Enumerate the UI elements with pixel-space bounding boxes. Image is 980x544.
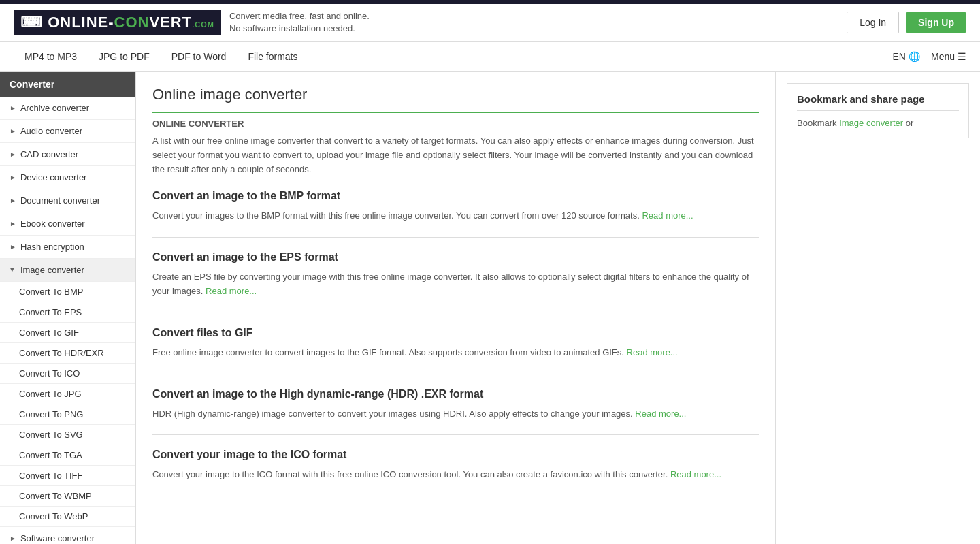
logo-tagline: Convert media free, fast and online. No … bbox=[229, 10, 370, 35]
sidebar-subitem-ico[interactable]: Convert To ICO bbox=[0, 364, 135, 384]
sidebar-item-archive[interactable]: ► Archive converter bbox=[0, 97, 135, 120]
converter-section-hdr: Convert an image to the High dynamic-ran… bbox=[152, 388, 759, 436]
nav-links: MP4 to MP3 JPG to PDF PDF to Word File f… bbox=[14, 42, 309, 71]
converter-desc-eps: Create an EPS file by converting your im… bbox=[152, 270, 759, 299]
login-button[interactable]: Log In bbox=[847, 12, 899, 33]
sidebar-subitem-png[interactable]: Convert To PNG bbox=[0, 404, 135, 425]
sidebar-label-audio: Audio converter bbox=[20, 126, 82, 136]
converter-section-eps: Convert an image to the EPS format Creat… bbox=[152, 251, 759, 313]
language-selector[interactable]: EN 🌐 bbox=[893, 51, 920, 62]
sidebar-label-image: Image converter bbox=[20, 265, 84, 275]
logo-area: ⌨ ONLINE-CONVERT.COM Convert media free,… bbox=[14, 10, 370, 35]
bookmark-title: Bookmark and share page bbox=[797, 93, 959, 111]
bookmark-box: Bookmark and share page Bookmark Image c… bbox=[787, 83, 969, 138]
read-more-gif[interactable]: Read more... bbox=[627, 347, 678, 357]
hamburger-icon: ☰ bbox=[958, 51, 966, 62]
read-more-ico[interactable]: Read more... bbox=[670, 469, 721, 479]
sidebar-label-software: Software converter bbox=[20, 533, 95, 543]
chevron-icon: ► bbox=[10, 127, 16, 135]
chevron-icon: ► bbox=[10, 243, 16, 251]
header-actions: Log In Sign Up bbox=[847, 12, 966, 33]
read-more-bmp[interactable]: Read more... bbox=[642, 210, 693, 221]
signup-button[interactable]: Sign Up bbox=[906, 12, 966, 33]
sidebar-subitem-webp[interactable]: Convert To WebP bbox=[0, 507, 135, 527]
nav-jpg-to-pdf[interactable]: JPG to PDF bbox=[88, 42, 161, 71]
converter-title-hdr: Convert an image to the High dynamic-ran… bbox=[152, 388, 759, 400]
right-panel: Bookmark and share page Bookmark Image c… bbox=[776, 72, 980, 544]
chevron-icon: ► bbox=[10, 197, 16, 204]
sidebar-subitem-gif[interactable]: Convert To GIF bbox=[0, 323, 135, 343]
converter-desc-gif: Free online image converter to convert i… bbox=[152, 346, 759, 360]
menu-button[interactable]: Menu ☰ bbox=[931, 51, 966, 62]
sidebar-label-document: Document converter bbox=[20, 195, 100, 206]
chevron-icon: ► bbox=[10, 534, 16, 542]
tagline-line1: Convert media free, fast and online. bbox=[229, 10, 370, 22]
logo-text: ⌨ ONLINE-CONVERT.COM bbox=[20, 14, 214, 31]
bookmark-text: Bookmark Image converter or bbox=[797, 118, 959, 128]
converter-section-ico: Convert your image to the ICO format Con… bbox=[152, 449, 759, 496]
converter-title-ico: Convert your image to the ICO format bbox=[152, 449, 759, 461]
sidebar-subitem-hdr[interactable]: Convert To HDR/EXR bbox=[0, 343, 135, 364]
converter-section-bmp: Convert an image to the BMP format Conve… bbox=[152, 190, 759, 238]
sidebar-subitem-tiff[interactable]: Convert To TIFF bbox=[0, 466, 135, 486]
sidebar-item-ebook[interactable]: ► Ebook converter bbox=[0, 212, 135, 236]
sidebar-item-document[interactable]: ► Document converter bbox=[0, 189, 135, 212]
sidebar-subitem-tga[interactable]: Convert To TGA bbox=[0, 445, 135, 466]
logo-vert: VERT bbox=[149, 14, 192, 31]
converter-desc-hdr: HDR (High dynamic-range) image converter… bbox=[152, 407, 759, 421]
sidebar-label-cad: CAD converter bbox=[20, 149, 78, 159]
globe-icon: 🌐 bbox=[909, 51, 920, 62]
sidebar-item-hash[interactable]: ► Hash encryption bbox=[0, 236, 135, 259]
nav-file-formats[interactable]: File formats bbox=[237, 42, 308, 71]
sidebar-subitem-wbmp[interactable]: Convert To WBMP bbox=[0, 486, 135, 507]
sidebar-item-software[interactable]: ► Software converter bbox=[0, 527, 135, 544]
converter-desc-ico: Convert your image to the ICO format wit… bbox=[152, 468, 759, 482]
sidebar-subitem-bmp[interactable]: Convert To BMP bbox=[0, 282, 135, 302]
logo-accent: CON bbox=[114, 14, 150, 31]
sidebar-label-ebook: Ebook converter bbox=[20, 219, 85, 229]
online-converter-heading: Online converter bbox=[152, 118, 759, 129]
bookmark-prefix: Bookmark bbox=[797, 118, 839, 128]
nav-mp4-to-mp3[interactable]: MP4 to MP3 bbox=[14, 42, 88, 71]
logo-box[interactable]: ⌨ ONLINE-CONVERT.COM bbox=[14, 10, 221, 35]
content-area: Online image converter Online converter … bbox=[136, 72, 776, 544]
chevron-down-icon: ► bbox=[9, 267, 16, 274]
chevron-icon: ► bbox=[10, 150, 16, 158]
sidebar-item-cad[interactable]: ► CAD converter bbox=[0, 143, 135, 166]
chevron-icon: ► bbox=[10, 220, 16, 227]
menu-text: Menu bbox=[931, 51, 955, 62]
sidebar-item-audio[interactable]: ► Audio converter bbox=[0, 120, 135, 143]
sidebar-item-device[interactable]: ► Device converter bbox=[0, 166, 135, 189]
converter-title-gif: Convert files to GIF bbox=[152, 327, 759, 339]
nav-bar: MP4 to MP3 JPG to PDF PDF to Word File f… bbox=[0, 42, 980, 72]
sidebar-subitem-jpg[interactable]: Convert To JPG bbox=[0, 384, 135, 404]
header: ⌨ ONLINE-CONVERT.COM Convert media free,… bbox=[0, 4, 980, 42]
sidebar-label-hash: Hash encryption bbox=[20, 242, 84, 252]
read-more-hdr[interactable]: Read more... bbox=[635, 409, 686, 419]
sidebar-label-device: Device converter bbox=[20, 172, 87, 182]
converter-title-eps: Convert an image to the EPS format bbox=[152, 251, 759, 263]
sidebar: Converter ► Archive converter ► Audio co… bbox=[0, 72, 136, 544]
read-more-eps[interactable]: Read more... bbox=[206, 286, 257, 296]
sidebar-label-archive: Archive converter bbox=[20, 103, 89, 113]
main-layout: Converter ► Archive converter ► Audio co… bbox=[0, 72, 980, 544]
lang-text: EN bbox=[893, 51, 906, 62]
sidebar-item-image[interactable]: ► Image converter bbox=[0, 259, 135, 282]
tagline-line2: No software installation needed. bbox=[229, 22, 370, 35]
bookmark-image-link[interactable]: Image converter bbox=[839, 118, 903, 128]
chevron-icon: ► bbox=[10, 174, 16, 181]
logo-main: ONLINE- bbox=[48, 14, 114, 31]
converter-section-gif: Convert files to GIF Free online image c… bbox=[152, 327, 759, 374]
logo-suffix: .COM bbox=[192, 20, 214, 29]
sidebar-subitem-eps[interactable]: Convert To EPS bbox=[0, 302, 135, 323]
sidebar-header: Converter bbox=[0, 72, 135, 97]
converter-title-bmp: Convert an image to the BMP format bbox=[152, 190, 759, 202]
nav-pdf-to-word[interactable]: PDF to Word bbox=[161, 42, 238, 71]
main-description: A list with our free online image conver… bbox=[152, 134, 759, 176]
sidebar-subitem-svg[interactable]: Convert To SVG bbox=[0, 425, 135, 445]
page-title: Online image converter bbox=[152, 86, 759, 113]
bookmark-suffix: or bbox=[903, 118, 913, 128]
converter-desc-bmp: Convert your images to the BMP format wi… bbox=[152, 209, 759, 223]
chevron-icon: ► bbox=[10, 104, 16, 112]
nav-right: EN 🌐 Menu ☰ bbox=[893, 51, 966, 62]
